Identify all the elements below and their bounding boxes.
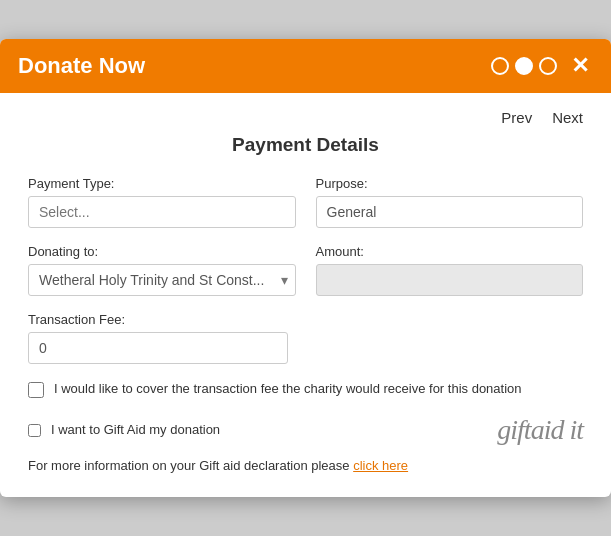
amount-input[interactable] [316, 264, 584, 296]
section-title: Payment Details [28, 134, 583, 156]
header-controls: ✕ [491, 55, 593, 77]
gift-aid-label: I want to Gift Aid my donation [51, 421, 220, 439]
gift-aid-info-row: For more information on your Gift aid de… [28, 458, 583, 473]
close-button[interactable]: ✕ [567, 55, 593, 77]
cover-fee-label: I would like to cover the transaction fe… [54, 380, 522, 398]
donate-modal: Donate Now ✕ Prev Next Payment Details P… [0, 39, 611, 497]
cover-fee-checkbox[interactable] [28, 382, 44, 398]
gift-aid-row: I want to Gift Aid my donation giftaid i… [28, 414, 583, 446]
transaction-fee-group: Transaction Fee: [28, 312, 288, 364]
amount-label: Amount: [316, 244, 584, 259]
gift-aid-info-text: For more information on your Gift aid de… [28, 458, 350, 473]
form-row-1: Payment Type: Purpose: [28, 176, 583, 228]
donating-to-group: Donating to: Wetheral Holy Trinity and S… [28, 244, 296, 296]
amount-group: Amount: [316, 244, 584, 296]
cover-fee-row: I would like to cover the transaction fe… [28, 380, 583, 398]
modal-header: Donate Now ✕ [0, 39, 611, 93]
prev-link[interactable]: Prev [501, 109, 532, 126]
form-row-3: Transaction Fee: [28, 312, 583, 364]
gift-aid-logo: giftaid it [497, 414, 583, 446]
window-controls [491, 57, 557, 75]
transaction-fee-label: Transaction Fee: [28, 312, 288, 327]
donating-to-select[interactable]: Wetheral Holy Trinity and St Const... [28, 264, 296, 296]
payment-type-group: Payment Type: [28, 176, 296, 228]
window-circle-3 [539, 57, 557, 75]
next-link[interactable]: Next [552, 109, 583, 126]
transaction-fee-input[interactable] [28, 332, 288, 364]
gift-aid-checkbox[interactable] [28, 424, 41, 437]
gift-aid-check: I want to Gift Aid my donation [28, 421, 497, 439]
navigation-row: Prev Next [28, 109, 583, 126]
payment-type-label: Payment Type: [28, 176, 296, 191]
window-circle-2 [515, 57, 533, 75]
purpose-group: Purpose: [316, 176, 584, 228]
form-row-2: Donating to: Wetheral Holy Trinity and S… [28, 244, 583, 296]
modal-body: Prev Next Payment Details Payment Type: … [0, 93, 611, 497]
payment-type-input[interactable] [28, 196, 296, 228]
gift-aid-link[interactable]: click here [353, 458, 408, 473]
purpose-input[interactable] [316, 196, 584, 228]
window-circle-1 [491, 57, 509, 75]
donating-to-label: Donating to: [28, 244, 296, 259]
modal-title: Donate Now [18, 53, 145, 79]
donating-to-select-wrapper: Wetheral Holy Trinity and St Const... [28, 264, 296, 296]
purpose-label: Purpose: [316, 176, 584, 191]
